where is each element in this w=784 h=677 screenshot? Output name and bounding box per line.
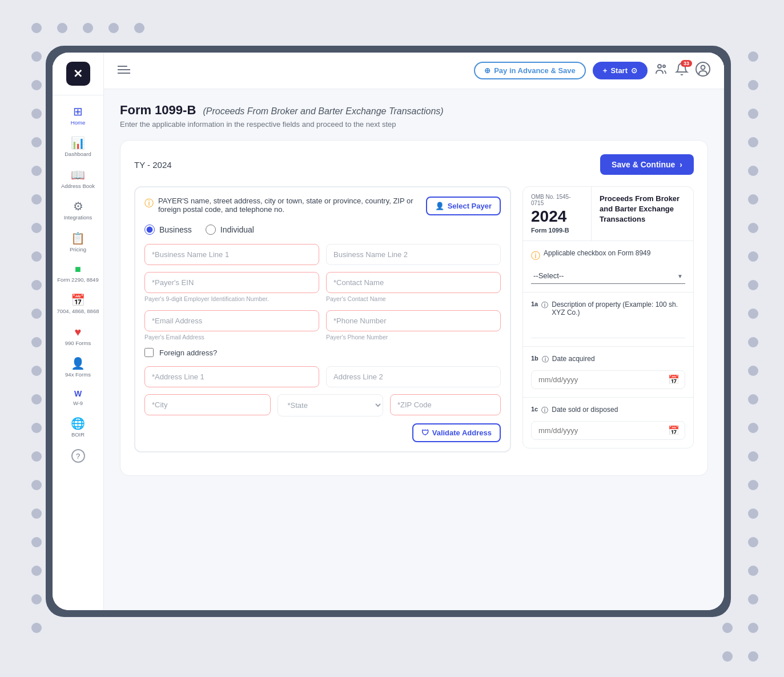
page-title-italic: (Proceeds From Broker and Barter Exchang… [203, 106, 443, 116]
sidebar-item-integrations[interactable]: ⚙ Integrations [53, 195, 103, 226]
w9-icon: W [74, 390, 82, 398]
form-left: ⓘ PAYER'S name, street address, city or … [134, 186, 511, 462]
address-line2-input[interactable] [326, 366, 501, 387]
sidebar-item-form94x[interactable]: 👤 94x Forms [53, 352, 103, 383]
form94x-icon: 👤 [71, 358, 85, 369]
inner-card: ✕ ⊞ Home 📊 Dashboard 📖 Address Book ⚙ [53, 53, 724, 610]
sidebar-item-label: Home [71, 119, 85, 126]
business-radio-label[interactable]: Business [144, 225, 192, 235]
sidebar-item-form2290[interactable]: ■ Form 2290, 8849 [53, 258, 103, 289]
logo-area: ✕ [53, 53, 103, 95]
sidebar-item-label: Integrations [64, 214, 93, 221]
address-line1-input[interactable] [144, 366, 319, 387]
business-name-row [144, 244, 501, 265]
profile-button[interactable] [695, 62, 710, 80]
state-field: *State ALAKAZCA COFLGANY TX [278, 394, 383, 416]
sidebar-item-form990[interactable]: ♥ 990 Forms [53, 321, 103, 352]
city-state-zip-row: *State ALAKAZCA COFLGANY TX [144, 394, 501, 416]
form990-icon: ♥ [75, 326, 82, 338]
sidebar-item-label: 990 Forms [65, 340, 91, 346]
phone-input[interactable] [326, 310, 501, 331]
city-input[interactable] [144, 394, 271, 415]
state-select[interactable]: *State ALAKAZCA COFLGANY TX [278, 394, 383, 416]
page-content: Form 1099-B (Proceeds From Broker and Ba… [104, 89, 724, 610]
sidebar-item-form7004[interactable]: 📅 7004, 4868, 8868 [53, 289, 103, 320]
field-8949-select[interactable]: --Select-- ABC DEF [531, 268, 685, 284]
field-1b-date-wrapper: 📅 [531, 370, 685, 389]
foreign-address-label[interactable]: Foreign address? [159, 348, 217, 357]
payer-info-box: ⓘ PAYER'S name, street address, city or … [134, 186, 511, 452]
sidebar-item-label: Form 2290, 8849 [57, 277, 98, 283]
page-title: Form 1099-B (Proceeds From Broker and Ba… [120, 103, 708, 118]
address-line2-field [326, 366, 501, 387]
form-year: 2024 [531, 209, 583, 225]
svg-point-6 [701, 65, 705, 69]
email-phone-row: Payer's Email Address Payer's Phone Numb… [144, 310, 501, 342]
email-input[interactable] [144, 310, 319, 331]
phone-hint: Payer's Phone Number [326, 334, 501, 342]
sidebar-item-label: 94x Forms [65, 371, 91, 378]
contact-hint: Payer's Contact Name [326, 295, 501, 303]
field-1a-label: 1a ⓘ Description of property (Example: 1… [531, 301, 685, 317]
form-card: TY - 2024 Save & Continue › [120, 140, 708, 476]
email-hint: Payer's Email Address [144, 334, 319, 342]
users-icon-button[interactable] [654, 62, 668, 79]
field-1a-input[interactable] [531, 322, 685, 338]
sidebar-item-pricing[interactable]: 📋 Pricing [53, 227, 103, 258]
individual-radio[interactable] [206, 225, 216, 235]
info-icon: ⓘ [144, 198, 154, 210]
address-book-icon: 📖 [71, 169, 85, 181]
payer-info-header: ⓘ PAYER'S name, street address, city or … [144, 197, 501, 215]
sidebar-item-label: BOIR [71, 431, 85, 438]
form-title-section: Proceeds From Broker and Barter Exchange… [592, 187, 693, 241]
app-logo[interactable]: ✕ [66, 62, 90, 86]
field-1b-info-icon: ⓘ [542, 355, 549, 364]
target-icon: ⊙ [631, 66, 637, 75]
pay-advance-button[interactable]: ⊕ Pay in Advance & Save [474, 62, 586, 79]
business-name-1-input[interactable] [144, 244, 319, 265]
sidebar-item-label: Dashboard [65, 151, 91, 157]
notification-button[interactable]: 33 [675, 62, 689, 79]
sidebar-item-address-book[interactable]: 📖 Address Book [53, 163, 103, 195]
field-1c-date-input[interactable] [531, 421, 685, 440]
sidebar-item-dashboard[interactable]: 📊 Dashboard [53, 131, 103, 163]
form-number: Form 1099-B [531, 227, 583, 234]
support-icon: ? [71, 449, 85, 463]
business-name-2-input[interactable] [326, 244, 501, 265]
right-panel: OMB No. 1545-0715 2024 Form 1099-B Proce… [522, 186, 694, 448]
business-name-2-field [326, 244, 501, 265]
payer-ein-input[interactable] [144, 272, 319, 293]
field-8949-info-icon: ⓘ [531, 250, 540, 262]
sidebar-item-support[interactable]: ? [53, 443, 103, 468]
sidebar-item-boir[interactable]: 🌐 BOIR [53, 412, 103, 443]
hamburger-icon[interactable] [118, 64, 130, 77]
right-panel-header: OMB No. 1545-0715 2024 Form 1099-B Proce… [523, 187, 693, 241]
sidebar-item-w9[interactable]: W W-9 [53, 384, 103, 412]
individual-radio-label[interactable]: Individual [206, 225, 254, 235]
dashboard-icon: 📊 [71, 137, 85, 149]
field-1c-date-wrapper: 📅 [531, 421, 685, 440]
svg-point-3 [658, 65, 661, 68]
omb-section: OMB No. 1545-0715 2024 Form 1099-B [523, 187, 592, 241]
select-payer-button[interactable]: 👤 Select Payer [426, 197, 501, 215]
boir-icon: 🌐 [71, 418, 85, 429]
field-8949-label: ⓘ Applicable checkbox on Form 8949 [531, 249, 685, 262]
form7004-icon: 📅 [71, 294, 85, 306]
ty-label: TY - 2024 [134, 160, 172, 170]
save-continue-button[interactable]: Save & Continue › [600, 154, 694, 175]
start-button[interactable]: + Start ⊙ [593, 62, 648, 79]
field-1b-date-input[interactable] [531, 370, 685, 389]
sidebar-item-label: 7004, 4868, 8868 [57, 308, 99, 314]
sidebar-item-home[interactable]: ⊞ Home [53, 100, 103, 131]
form-body: ⓘ PAYER'S name, street address, city or … [134, 186, 694, 462]
field-1b-label: 1b ⓘ Date acquired [531, 355, 685, 364]
zip-input[interactable] [390, 394, 501, 415]
validate-address-button[interactable]: 🛡 Validate Address [412, 423, 501, 442]
user-icon: 👤 [435, 202, 444, 210]
address-line1-field [144, 366, 319, 387]
notification-badge: 33 [681, 60, 692, 67]
contact-name-input[interactable] [326, 272, 501, 293]
business-radio[interactable] [144, 225, 155, 235]
foreign-address-checkbox[interactable] [144, 348, 154, 357]
form-header: TY - 2024 Save & Continue › [134, 154, 694, 175]
